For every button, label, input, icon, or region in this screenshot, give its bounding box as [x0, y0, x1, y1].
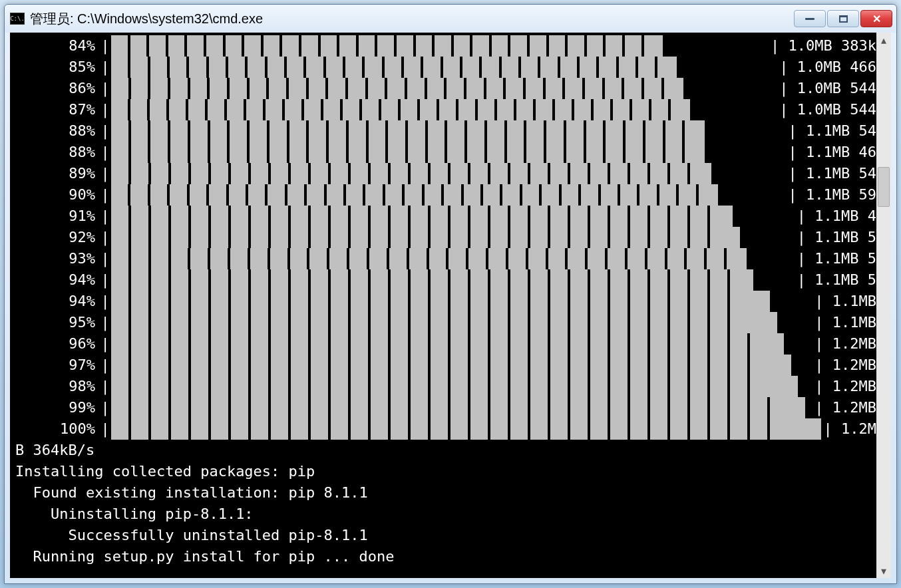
minimize-icon	[805, 18, 814, 20]
scroll-track[interactable]	[876, 47, 891, 563]
console-line: Running setup.py install for pip ... don…	[13, 546, 876, 567]
progress-bar-ticks	[111, 227, 740, 248]
progress-row: 93%|| 1.1MB 5	[13, 248, 876, 269]
progress-tail: | 1.2MB	[812, 376, 876, 397]
maximize-button[interactable]	[827, 10, 859, 27]
progress-row: 94%|| 1.1MB 5	[13, 269, 876, 291]
progress-percent: 92%	[13, 227, 99, 248]
progress-separator: |	[99, 291, 111, 312]
progress-separator: |	[99, 57, 111, 78]
progress-separator: |	[99, 184, 111, 206]
progress-tail: | 1.1MB	[812, 291, 876, 312]
progress-separator: |	[99, 35, 111, 57]
progress-bar	[111, 227, 795, 248]
progress-row: 91%|| 1.1MB 4	[13, 206, 876, 227]
progress-bar	[111, 269, 795, 291]
progress-tail: | 1.1MB 5	[795, 227, 876, 248]
progress-bar-ticks	[111, 418, 821, 440]
scroll-up-arrow[interactable]: ▴	[876, 33, 891, 47]
progress-separator: |	[99, 163, 111, 184]
maximize-icon	[839, 15, 848, 23]
console-line: Found existing installation: pip 8.1.1	[13, 482, 876, 504]
progress-bar	[111, 163, 786, 184]
progress-bar	[111, 184, 786, 206]
progress-percent: 85%	[13, 57, 99, 78]
close-button[interactable]: ✕	[860, 10, 892, 27]
progress-percent: 100%	[13, 418, 99, 440]
progress-percent: 94%	[13, 269, 99, 291]
progress-bar	[111, 312, 812, 333]
progress-percent: 88%	[13, 120, 99, 142]
progress-row: 98%|| 1.2MB	[13, 376, 876, 397]
progress-separator: |	[99, 376, 111, 397]
progress-row: 95%|| 1.1MB	[13, 312, 876, 333]
titlebar[interactable]: C:\. 管理员: C:\Windows\system32\cmd.exe ✕	[5, 5, 896, 33]
progress-tail: | 1.1MB 46	[786, 142, 876, 163]
progress-row: 100%|| 1.2M	[13, 418, 876, 440]
progress-percent: 89%	[13, 163, 99, 184]
progress-separator: |	[99, 142, 111, 163]
progress-bar-ticks	[111, 142, 705, 163]
progress-bar-ticks	[111, 57, 677, 78]
progress-tail: | 1.2MB	[812, 355, 876, 376]
progress-tail: | 1.1MB 5	[795, 269, 876, 291]
cmd-window: C:\. 管理员: C:\Windows\system32\cmd.exe ✕ …	[4, 4, 897, 584]
progress-row: 88%|| 1.1MB 46	[13, 142, 876, 163]
progress-percent: 96%	[13, 333, 99, 355]
progress-bar-ticks	[111, 78, 683, 99]
progress-percent: 97%	[13, 355, 99, 376]
scroll-down-arrow[interactable]: ▾	[876, 563, 891, 578]
progress-bar	[111, 355, 812, 376]
close-icon: ✕	[872, 13, 881, 25]
progress-tail: | 1.1MB 54	[786, 120, 876, 142]
progress-bar-ticks	[111, 291, 770, 312]
progress-separator: |	[99, 227, 111, 248]
progress-percent: 98%	[13, 376, 99, 397]
progress-row: 99%|| 1.2MB	[13, 397, 876, 418]
progress-tail: | 1.1MB 4	[795, 206, 876, 227]
progress-bar-ticks	[111, 269, 753, 291]
progress-row: 96%|| 1.2MB	[13, 333, 876, 355]
progress-bar-ticks	[111, 206, 733, 227]
progress-bar	[111, 248, 795, 269]
progress-bar	[111, 418, 821, 440]
progress-bar	[111, 142, 786, 163]
progress-row: 87%|| 1.0MB 544	[13, 99, 876, 120]
progress-separator: |	[99, 397, 111, 418]
progress-bar-ticks	[111, 355, 791, 376]
progress-separator: |	[99, 418, 111, 440]
progress-percent: 86%	[13, 78, 99, 99]
cmd-icon: C:\.	[10, 13, 25, 25]
window-title: 管理员: C:\Windows\system32\cmd.exe	[30, 10, 794, 28]
client-area: 84%|| 1.0MB 383k85%|| 1.0MB 46686%|| 1.0…	[10, 33, 891, 578]
progress-row: 86%|| 1.0MB 544	[13, 78, 876, 99]
console-output[interactable]: 84%|| 1.0MB 383k85%|| 1.0MB 46686%|| 1.0…	[10, 33, 876, 578]
progress-tail: | 1.0MB 466	[777, 57, 876, 78]
minimize-button[interactable]	[794, 10, 826, 27]
progress-separator: |	[99, 206, 111, 227]
progress-tail: | 1.0MB 544	[777, 78, 876, 99]
progress-separator: |	[99, 120, 111, 142]
console-line: Successfully uninstalled pip-8.1.1	[13, 525, 876, 546]
progress-bar-ticks	[111, 163, 711, 184]
progress-percent: 87%	[13, 99, 99, 120]
progress-percent: 91%	[13, 206, 99, 227]
progress-row: 84%|| 1.0MB 383k	[13, 35, 876, 57]
progress-tail: | 1.0MB 544	[777, 99, 876, 120]
progress-separator: |	[99, 355, 111, 376]
progress-row: 97%|| 1.2MB	[13, 355, 876, 376]
progress-bar	[111, 35, 768, 57]
progress-row: 85%|| 1.0MB 466	[13, 57, 876, 78]
scrollbar[interactable]: ▴ ▾	[876, 33, 891, 578]
progress-tail: | 1.1MB 54	[786, 163, 876, 184]
progress-bar	[111, 333, 812, 355]
progress-separator: |	[99, 248, 111, 269]
progress-bar	[111, 78, 777, 99]
progress-bar	[111, 120, 786, 142]
progress-separator: |	[99, 99, 111, 120]
progress-separator: |	[99, 78, 111, 99]
progress-bar-ticks	[111, 248, 747, 269]
progress-tail: | 1.1MB 5	[795, 248, 876, 269]
scroll-thumb[interactable]	[878, 167, 890, 207]
progress-bar-ticks	[111, 312, 777, 333]
